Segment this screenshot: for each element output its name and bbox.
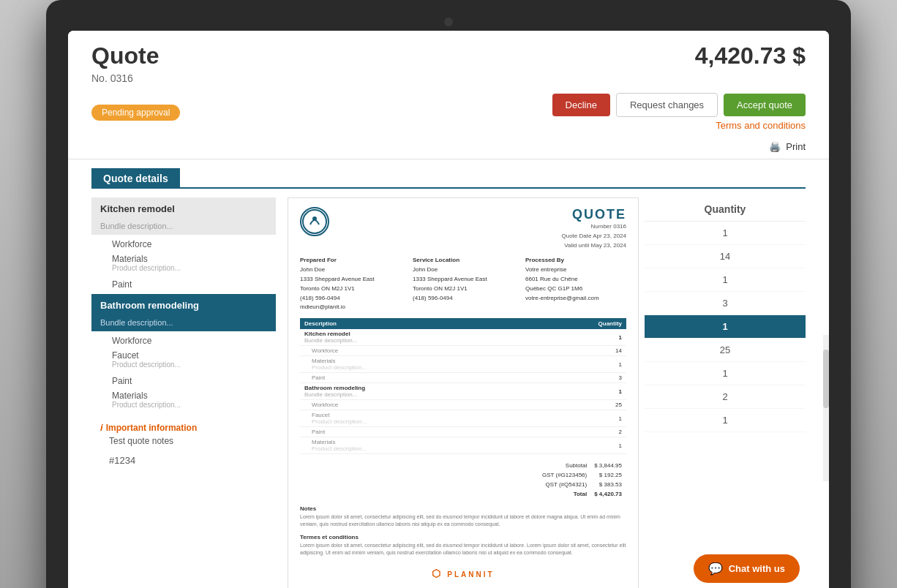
preview-footer: ⬡ PLANNIT	[300, 568, 626, 579]
table-row: Workforce 25	[300, 400, 626, 410]
qty-row: 14	[645, 245, 806, 268]
qty-row: 1	[645, 409, 806, 432]
print-link[interactable]: 🖨️ Print	[769, 141, 806, 152]
preview-totals: Subtotal $ 3,844.95 GST (#G123456) $ 192…	[300, 460, 626, 500]
bundle-kitchen: Kitchen remodel Bundle description... Wo…	[91, 197, 276, 290]
company-logo	[300, 207, 329, 236]
quote-preview: QUOTE Number 0316 Quote Date Apr 23, 202…	[288, 197, 639, 588]
important-section: i Important information Test quote notes…	[91, 418, 276, 476]
scrollbar[interactable]	[823, 335, 829, 481]
page-title: Quote	[91, 42, 159, 69]
quote-details-header: Quote details	[91, 168, 180, 189]
bundle-kitchen-desc: Bundle description...	[91, 220, 276, 235]
table-row: FaucetProduct description... 1	[300, 410, 626, 427]
status-badge: Pending approval	[91, 105, 180, 121]
qty-row: 1	[645, 268, 806, 292]
table-row: Paint 2	[300, 427, 626, 437]
important-title: i Important information	[100, 422, 267, 433]
sidebar-item-materials1[interactable]: Materials	[91, 249, 276, 264]
terms-conditions-link[interactable]: Terms and conditions	[716, 120, 806, 131]
decline-button[interactable]: Decline	[552, 94, 610, 116]
sidebar-item-materials2-desc: Product description...	[91, 401, 276, 412]
preview-quote-details: Number 0316 Quote Date Apr 23, 2024 Vali…	[561, 222, 626, 250]
preview-addresses: Prepared For John Doe 1333 Sheppard Aven…	[300, 256, 626, 312]
qty-row-highlighted: 1	[645, 315, 806, 339]
table-row: Paint 3	[300, 373, 626, 383]
chat-icon: 💬	[708, 562, 723, 576]
table-row: Bathroom remodelingBundle description...…	[300, 383, 626, 400]
test-note: Test quote notes	[100, 433, 267, 449]
table-row: MaterialsProduct description... 1	[300, 437, 626, 454]
table-row: Workforce 14	[300, 346, 626, 356]
svg-point-0	[303, 210, 326, 233]
chat-button[interactable]: 💬 Chat with us	[694, 554, 800, 583]
sidebar-item-paint1[interactable]: Paint	[91, 275, 276, 290]
total-amount: 4,420.73 $	[695, 42, 806, 69]
qty-row: 1	[645, 222, 806, 245]
qty-row: 2	[645, 385, 806, 409]
preview-quote-label: QUOTE	[561, 207, 626, 222]
sidebar-item-workforce1[interactable]: Workforce	[91, 235, 276, 249]
qty-row: 25	[645, 339, 806, 362]
print-icon: 🖨️	[769, 141, 781, 152]
sidebar-item-faucet[interactable]: Faucet	[91, 346, 276, 361]
sidebar-item-workforce2[interactable]: Workforce	[91, 331, 276, 346]
preview-notes: Notes Lorem ipsum dolor sit amet, consec…	[300, 505, 626, 528]
right-panel: Quantity 1 14 1 3 1 25 1 2 1	[645, 189, 806, 588]
accept-quote-button[interactable]: Accept quote	[724, 94, 806, 116]
qty-row: 3	[645, 292, 806, 315]
header-divider	[68, 159, 829, 159]
bundle-bathroom-title[interactable]: Bathroom remodeling	[91, 294, 276, 317]
sidebar-item-materials2[interactable]: Materials	[91, 386, 276, 401]
sidebar-item-materials1-desc: Product description...	[91, 264, 276, 275]
top-bar: Quote No. 0316 4,420.73 $ Pending approv…	[68, 31, 829, 159]
table-row: Kitchen remodelBundle description... 1	[300, 329, 626, 346]
request-changes-button[interactable]: Request changes	[616, 93, 718, 117]
left-sidebar: Kitchen remodel Bundle description... Wo…	[91, 189, 282, 588]
preview-table: Description Quantity Kitchen remodelBund…	[300, 318, 626, 454]
quote-number: No. 0316	[91, 72, 159, 84]
sidebar-item-paint2[interactable]: Paint	[91, 372, 276, 386]
quantity-header: Quantity	[645, 197, 806, 222]
qty-row: 1	[645, 362, 806, 385]
bundle-kitchen-title[interactable]: Kitchen remodel	[91, 197, 276, 220]
info-icon: i	[100, 422, 103, 433]
table-row: MaterialsProduct description... 1	[300, 356, 626, 373]
sidebar-item-faucet-desc: Product description...	[91, 361, 276, 372]
scrollbar-thumb[interactable]	[823, 350, 829, 408]
preview-terms: Termes et conditions Lorem ipsum dolor s…	[300, 534, 626, 557]
bundle-bathroom: Bathroom remodeling Bundle description..…	[91, 294, 276, 412]
svg-point-1	[312, 216, 317, 221]
quote-id: #1234	[100, 449, 267, 472]
bundle-bathroom-desc: Bundle description...	[91, 317, 276, 331]
